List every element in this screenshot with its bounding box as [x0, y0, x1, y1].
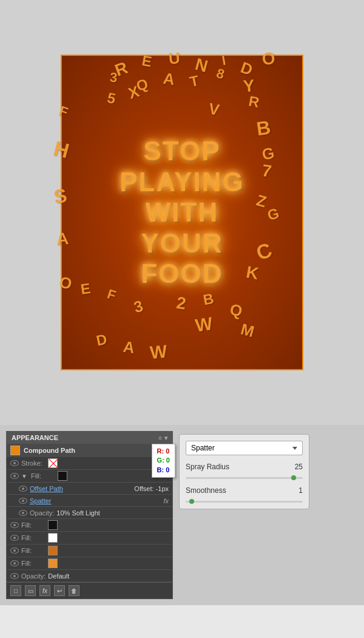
bottom-panel: APPEARANCE ≡ ▾ Compound Path R: 0 G: 0 B… [0, 425, 364, 605]
fill3-visibility-icon[interactable] [10, 548, 19, 554]
fill1-visibility-icon[interactable] [10, 522, 19, 528]
fill-swatch-black[interactable] [58, 471, 67, 481]
opacity2-label: Opacity: [21, 572, 46, 580]
rgb-r-value: R: 0 [157, 447, 170, 456]
spray-radius-row: Spray Radius 25 [186, 463, 303, 471]
smoothness-slider[interactable] [186, 501, 303, 503]
rgb-tooltip: R: 0 G: 0 B: 0 [152, 444, 175, 478]
smoothness-thumb[interactable] [189, 499, 194, 504]
panel-header: APPEARANCE ≡ ▾ [7, 432, 172, 444]
spatter-label[interactable]: Spatter [30, 497, 51, 504]
smoothness-label: Smoothness [186, 486, 288, 495]
fx-button[interactable]: fx [39, 585, 50, 596]
spatter-dropdown-label: Spatter [191, 444, 215, 452]
fill4-row: Fill: [7, 557, 172, 570]
fill-triangle[interactable]: ▼ [21, 473, 27, 480]
rgb-g-value: G: 0 [157, 456, 170, 465]
spatter-visibility-icon[interactable] [19, 498, 27, 504]
menu-icon[interactable]: ▾ [164, 435, 167, 441]
opacity2-value: Default [48, 572, 69, 580]
smoothness-value: 1 [288, 486, 303, 495]
offset-path-label[interactable]: Offset Path [30, 485, 63, 492]
panel-toolbar: □ ▭ fx ↩ 🗑 [7, 582, 172, 599]
spray-radius-thumb[interactable] [291, 475, 296, 480]
fill4-label: Fill: [21, 560, 46, 567]
collapse-icon[interactable]: ≡ [158, 435, 162, 441]
rgb-b-value: B: 0 [157, 466, 170, 475]
spray-radius-label: Spray Radius [186, 463, 288, 471]
compound-path-icon [10, 446, 20, 455]
opacity2-visibility-icon[interactable] [10, 573, 19, 579]
appearance-panel: APPEARANCE ≡ ▾ Compound Path R: 0 G: 0 B… [6, 431, 173, 599]
stroke-label: Stroke: [21, 460, 46, 467]
panel-title: APPEARANCE [12, 434, 58, 441]
fill2-label: Fill: [21, 534, 46, 541]
fill2-swatch[interactable] [48, 533, 58, 543]
offset-path-row: Offset Path Offset: -1px [7, 483, 172, 495]
artwork-container: STOPPLAYINGWITHYOURFOOD REUNIDO3QAT8Y5XR… [49, 42, 315, 382]
opacity-label: Opacity: [30, 509, 54, 517]
fill-main-row: ▼ Fill: [7, 470, 172, 483]
fill4-visibility-icon[interactable] [10, 560, 19, 566]
smoothness-row: Smoothness 1 [186, 486, 303, 495]
compound-path-row: Compound Path R: 0 G: 0 B: 0 [7, 444, 172, 457]
offset-value: Offset: -1px [134, 485, 169, 492]
delete-button[interactable]: 🗑 [69, 585, 79, 596]
canvas-area: STOPPLAYINGWITHYOURFOOD REUNIDO3QAT8Y5XR… [0, 0, 364, 425]
spray-radius-value: 25 [288, 463, 303, 471]
add-stroke-button[interactable]: ▭ [25, 585, 36, 596]
fill1-label: Fill: [21, 521, 46, 529]
offset-visibility-icon[interactable] [19, 486, 27, 492]
compound-path-label: Compound Path [24, 447, 169, 454]
fill3-row: Fill: [7, 545, 172, 557]
fill2-visibility-icon[interactable] [10, 535, 19, 541]
stroke-swatch[interactable] [48, 458, 58, 468]
opacity-row: Opacity: 10% Soft Light [7, 507, 172, 519]
fill1-row: Fill: [7, 519, 172, 532]
artwork: STOPPLAYINGWITHYOURFOOD [61, 55, 303, 370]
fill-visibility-icon[interactable] [10, 473, 19, 479]
dropdown-arrow-icon [292, 447, 297, 450]
fill3-label: Fill: [21, 547, 46, 554]
spatter-settings-panel: Spatter Spray Radius 25 Smoothness 1 [179, 434, 309, 509]
spatter-effect-row: Spatter fx [7, 495, 172, 507]
spatter-dropdown[interactable]: Spatter [186, 441, 303, 455]
clear-button[interactable]: ↩ [54, 585, 65, 596]
fill-label: Fill: [31, 472, 55, 480]
spray-radius-slider[interactable] [186, 477, 303, 479]
fill1-swatch[interactable] [48, 520, 58, 530]
fill4-swatch[interactable] [48, 558, 58, 568]
fill3-swatch[interactable] [48, 546, 58, 555]
opacity-value: 10% Soft Light [56, 509, 100, 517]
fx-icon[interactable]: fx [163, 497, 169, 504]
opacity-visibility-icon[interactable] [19, 510, 27, 516]
stroke-row: Stroke: [7, 457, 172, 470]
panel-header-controls: ≡ ▾ [158, 435, 167, 441]
stroke-visibility-icon[interactable] [10, 460, 19, 466]
add-new-button[interactable]: □ [10, 585, 21, 596]
opacity2-row: Opacity: Default [7, 570, 172, 582]
fill2-row: Fill: [7, 532, 172, 545]
artwork-text: STOPPLAYINGWITHYOURFOOD [120, 136, 244, 290]
